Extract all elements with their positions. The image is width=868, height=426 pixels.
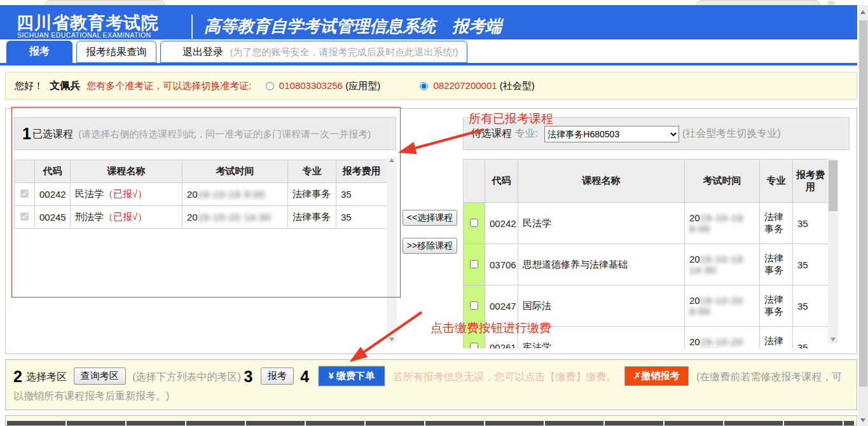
ticket-option-2: 082207200001 (社会型) — [420, 80, 534, 91]
exam-time: 2019-10-19 9:00 — [183, 183, 288, 206]
course-column-header: 课程名称 — [71, 160, 183, 183]
exam-time: 2019-10-20 14:30 — [685, 327, 760, 349]
multi-ticket-message: 您有多个准考证，可以选择切换准考证: — [86, 80, 251, 91]
exam-area-table-header-clipped — [7, 421, 854, 426]
scrollbar-thumb[interactable] — [829, 160, 837, 211]
row-checkbox[interactable] — [470, 343, 478, 349]
ticket1-type: (应用型) — [345, 80, 380, 91]
course-fee: 35 — [793, 203, 829, 244]
exam-time: 2019-10-19 9:00 — [685, 203, 760, 244]
course-code: 03706 — [485, 244, 518, 285]
code-column-header: 代码 — [35, 160, 71, 183]
table-header-row: 代码 课程名称 考试时间 专业 报考费用 — [464, 160, 829, 203]
fee-column-header: 报考费用 — [793, 160, 829, 203]
checkbox-column-header — [464, 160, 485, 203]
ticket2-type: (社会型) — [500, 80, 535, 91]
course-major: 法律事务 — [760, 203, 793, 244]
row-checkbox[interactable] — [470, 301, 478, 310]
course-major: 法律事务 — [760, 244, 793, 285]
system-title: 高等教育自学考试管理信息系统 报考端 — [204, 15, 502, 38]
ticket1-radio[interactable] — [266, 82, 274, 90]
time-column-header: 考试时间 — [685, 160, 760, 203]
table-header-row: 代码 课程名称 考试时间 专业 报考费用 — [15, 160, 387, 183]
row-checkbox[interactable] — [20, 189, 29, 198]
pay-order-button[interactable]: ¥ 缴费下单 — [319, 366, 385, 386]
scroll-down-icon[interactable] — [389, 338, 394, 341]
major-column-header: 专业 — [760, 160, 793, 203]
exam-time: 2019-10-19 14:30 — [685, 244, 760, 285]
course-fee: 35 — [793, 244, 829, 285]
remove-course-button[interactable]: >>移除课程 — [403, 238, 457, 254]
step2-number: 2 — [13, 368, 22, 385]
course-name: 民法学（已报√） — [71, 183, 183, 206]
scroll-up-icon[interactable] — [860, 10, 865, 14]
select-area-hint: (选择下方列表中的考区) — [132, 371, 241, 382]
select-area-label: 选择考区 — [26, 371, 67, 382]
selected-courses-header: 1已选课程 (请选择右侧的待选课程到此，同一准考证的多门课程请一次一并报考) — [14, 117, 396, 150]
ticket2-number: 082207200001 — [433, 80, 497, 91]
tab-results-query[interactable]: 报考结果查询 — [76, 41, 156, 63]
redacted-time: 19-10-20 14:30 — [198, 212, 272, 223]
browser-chrome-dot — [827, 1, 836, 5]
table-row: 03706 思想道德修养与法律基础 2019-10-19 14:30 法律事务 … — [464, 244, 829, 285]
reported-status: （已报√） — [104, 188, 147, 199]
available-table-scrollbar[interactable] — [828, 159, 838, 343]
course-fee: 35 — [793, 285, 829, 327]
scroll-down-icon[interactable] — [830, 338, 836, 341]
table-row: 00242 民法学（已报√） 2019-10-19 9:00 法律事务 35 — [15, 183, 387, 206]
ticket1-number: 010803303256 — [279, 80, 343, 91]
exam-area-section-clipped — [5, 415, 857, 426]
course-major: 法律事务 — [288, 206, 336, 229]
step4-number: 4 — [300, 368, 309, 385]
scrollbar-thumb[interactable] — [859, 20, 867, 387]
course-major: 法律事务 — [760, 327, 793, 349]
course-code: 00242 — [35, 183, 71, 206]
scroll-down-icon[interactable] — [860, 418, 865, 422]
footer-action-bar: 2 选择考区 查询考区 (选择下方列表中的考区) 3 报考 4 ¥ 缴费下单 若… — [5, 359, 857, 410]
ticket2-radio[interactable] — [420, 82, 428, 90]
tab-apply[interactable]: 报考 — [6, 41, 72, 63]
browser-tab-remnant — [696, 0, 820, 5]
row-checkbox[interactable] — [470, 260, 478, 268]
step1-number: 1 — [22, 125, 31, 142]
course-name: 思想道德修养与法律基础 — [518, 244, 685, 285]
apply-button[interactable]: 报考 — [261, 368, 294, 385]
exam-time: 2019-10-20 14:30 — [183, 206, 288, 229]
checkbox-column-header — [15, 160, 35, 183]
page-scrollbar[interactable] — [858, 5, 868, 426]
row-checkbox[interactable] — [20, 212, 29, 221]
reported-status: （已报√） — [104, 211, 147, 222]
course-fee: 35 — [336, 206, 387, 229]
course-major: 法律事务 — [760, 285, 793, 327]
available-courses-title: 待选课程 — [471, 128, 512, 139]
major-select[interactable]: 法律事务H680503 — [544, 126, 679, 142]
exam-registration-page: 四川省教育考试院 SICHUAN EDUCATIONAL EXAMINATION… — [0, 0, 868, 426]
scroll-up-icon[interactable] — [389, 158, 394, 162]
course-column-header: 课程名称 — [518, 160, 685, 203]
course-fee: 35 — [793, 327, 829, 349]
course-major: 法律事务 — [288, 183, 336, 206]
header-divider — [191, 15, 193, 39]
time-column-header: 考试时间 — [183, 160, 288, 183]
table-row: 00245 刑法学（已报√） 2019-10-20 14:30 法律事务 35 — [15, 206, 387, 229]
query-area-button[interactable]: 查询考区 — [74, 368, 126, 385]
tab-logout-label: 退出登录 — [183, 46, 223, 57]
step3-number: 3 — [244, 368, 252, 385]
table-row: 00242 民法学 2019-10-19 9:00 法律事务 35 — [464, 203, 829, 244]
row-checkbox[interactable] — [470, 219, 478, 227]
select-course-button[interactable]: <<选择课程 — [403, 210, 457, 226]
course-code: 00242 — [485, 203, 518, 244]
cancel-registration-button[interactable]: ✗撤销报考 — [624, 366, 689, 386]
course-fee: 35 — [336, 183, 387, 206]
major-switch-hint: (社会型考生切换专业) — [682, 128, 781, 139]
pay-confirmation-hint: 若所有报考信息无误，您可以点击【缴费】缴费。 — [393, 371, 617, 382]
org-logo-subtitle: SICHUAN EDUCATIONAL EXAMINATION — [17, 31, 151, 39]
course-name: 刑法学（已报√） — [71, 206, 183, 229]
selected-courses-table: 代码 课程名称 考试时间 专业 报考费用 00242 民法学（已报√） 2019… — [14, 160, 387, 229]
greeting-text: 您好！ — [15, 80, 43, 91]
selected-table-scrollbar[interactable] — [387, 156, 397, 343]
major-column-header: 专业 — [288, 160, 336, 183]
fee-column-header: 报考费用 — [336, 160, 387, 183]
tab-logout[interactable]: 退出登录 (为了您的账号安全，请报考完成后及时点此退出系统!) — [160, 41, 467, 63]
selected-courses-hint: (请选择右侧的待选课程到此，同一准考证的多门课程请一次一并报考) — [78, 128, 371, 139]
